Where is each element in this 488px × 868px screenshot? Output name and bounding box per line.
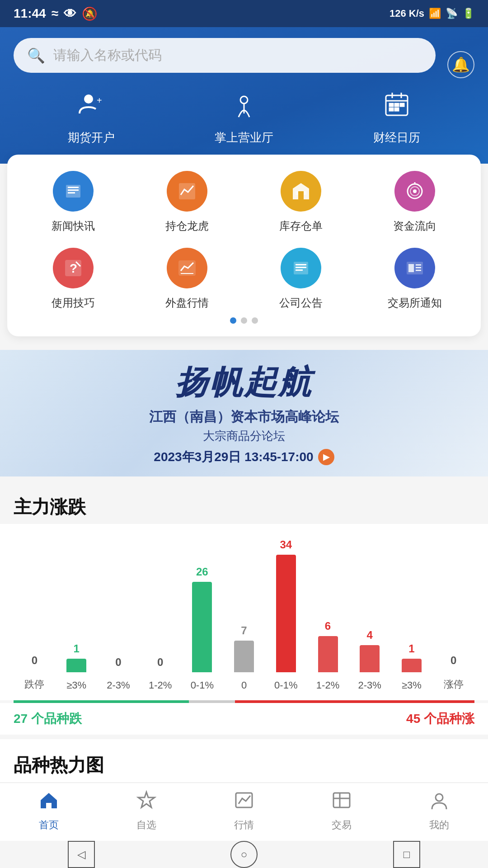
status-right: 126 K/s 📶 📡 🔋 <box>389 8 474 19</box>
nav-profile[interactable]: 我的 <box>390 790 488 832</box>
bar-val-1: 1 <box>73 642 79 655</box>
capital-flow-label: 资金流向 <box>393 219 436 233</box>
system-nav: ◁ ○ □ <box>0 841 488 868</box>
bar-val-9: 1 <box>408 642 414 655</box>
wifi-icon: 📶 <box>429 8 441 19</box>
feature-grid: 新闻快讯 持仓龙虎 库存仓单 <box>16 171 472 310</box>
feature-announcements[interactable]: 公司公告 <box>244 248 358 310</box>
bar-col-8: 4 2-3% <box>349 629 391 691</box>
nav-futures-account[interactable]: + 期货开户 <box>68 91 115 146</box>
announcements-icon <box>281 248 321 288</box>
home-icon <box>39 790 59 815</box>
bar-col-6: 34 0-1% <box>265 538 307 691</box>
trade-label: 交易 <box>332 818 352 832</box>
play-button[interactable]: ▶ <box>318 449 334 465</box>
palm-office-icon <box>230 91 258 123</box>
fall-count: 27 个品种跌 <box>14 710 82 727</box>
svg-rect-41 <box>333 793 350 807</box>
bar-col-4: 26 0-1% <box>181 566 223 691</box>
bar-col-10: 0 涨停 <box>432 654 474 691</box>
dot-2 <box>241 317 247 324</box>
svg-text:+: + <box>97 95 102 105</box>
bar-val-10: 0 <box>450 654 456 667</box>
market-label: 行情 <box>234 818 254 832</box>
finance-calendar-label: 财经日历 <box>373 130 420 146</box>
back-button[interactable]: ◁ <box>68 841 95 868</box>
bar-col-5: 7 0 <box>223 624 265 691</box>
svg-point-0 <box>84 94 93 104</box>
svg-marker-39 <box>138 792 155 807</box>
news-label: 新闻快讯 <box>52 219 95 233</box>
main-content: 主力涨跌 0 跌停 1 ≥3% 0 2-3% 0 <box>0 481 488 782</box>
status-left: 11:44 ≈ 👁 🔕 <box>14 6 98 21</box>
bar-col-9: 1 ≥3% <box>391 642 433 691</box>
bar-col-7: 6 1-2% <box>307 620 349 691</box>
page-dots <box>16 317 472 324</box>
dot-3 <box>252 317 258 324</box>
feature-overseas[interactable]: 外盘行情 <box>130 248 244 310</box>
bar-val-2: 0 <box>115 656 121 669</box>
nav-palm-office[interactable]: 掌上营业厅 <box>215 91 273 146</box>
feature-card: 新闻快讯 持仓龙虎 库存仓单 <box>7 155 481 336</box>
tips-icon: ? <box>53 248 94 288</box>
overseas-label: 外盘行情 <box>165 296 209 310</box>
bar-val-8: 4 <box>367 629 373 642</box>
banner-sub2: 大宗商品分论坛 <box>203 428 285 444</box>
nav-trade[interactable]: 交易 <box>293 790 390 832</box>
warehouse-icon <box>281 171 321 212</box>
dot-1 <box>230 317 236 324</box>
nav-watchlist[interactable]: 自选 <box>98 790 195 832</box>
svg-rect-9 <box>400 104 404 106</box>
recent-button[interactable]: □ <box>393 841 420 868</box>
nav-home[interactable]: 首页 <box>0 790 98 832</box>
watchlist-icon <box>136 790 156 815</box>
eye-icon: 👁 <box>64 6 76 21</box>
banner-title: 扬帆起航 <box>175 361 313 404</box>
bar-label-1: ≥3% <box>66 679 86 691</box>
sim-icon: ≈ <box>52 6 58 21</box>
svg-point-2 <box>240 96 248 104</box>
status-time: 11:44 <box>14 6 46 21</box>
bar-body-4 <box>192 582 212 672</box>
feature-exchange-notice[interactable]: 交易所通知 <box>358 248 472 310</box>
bottom-nav: 首页 自选 行情 交易 <box>0 783 488 841</box>
svg-rect-8 <box>395 104 399 106</box>
home-button[interactable]: ○ <box>230 841 258 868</box>
svg-rect-18 <box>298 191 304 199</box>
feature-warehouse[interactable]: 库存仓单 <box>244 171 358 233</box>
svg-rect-13 <box>68 187 79 188</box>
mute-icon: 🔕 <box>82 6 98 21</box>
nav-market[interactable]: 行情 <box>195 790 293 832</box>
bar-col-1: 1 ≥3% <box>56 642 98 691</box>
signal-icon: 📡 <box>446 8 458 19</box>
bar-label-8: 2-3% <box>358 679 381 691</box>
svg-rect-7 <box>389 104 393 106</box>
palm-office-label: 掌上营业厅 <box>215 130 273 146</box>
network-speed: 126 K/s <box>389 8 424 19</box>
search-bar[interactable]: 🔍 请输入名称或代码 <box>14 38 436 73</box>
bar-body-8 <box>360 645 380 672</box>
announcements-label: 公司公告 <box>279 296 323 310</box>
feature-tips[interactable]: ? 使用技巧 <box>16 248 130 310</box>
bar-col-3: 0 1-2% <box>139 656 181 691</box>
nav-finance-calendar[interactable]: 财经日历 <box>373 91 420 146</box>
status-bar: 11:44 ≈ 👁 🔕 126 K/s 📶 📡 🔋 <box>0 0 488 27</box>
section-title-main: 主力涨跌 <box>0 481 488 524</box>
notification-bell[interactable]: 🔔 <box>447 51 474 78</box>
rise-count: 45 个品种涨 <box>406 710 474 727</box>
svg-rect-35 <box>408 264 414 272</box>
feature-capital-flow[interactable]: 资金流向 <box>358 171 472 233</box>
feature-news[interactable]: 新闻快讯 <box>16 171 130 233</box>
bar-body-5 <box>234 641 254 672</box>
bar-body-9 <box>402 659 422 672</box>
banner[interactable]: 扬帆起航 江西（南昌）资本市场高峰论坛 大宗商品分论坛 2023年3月29日 1… <box>0 350 488 476</box>
bar-chart: 0 跌停 1 ≥3% 0 2-3% 0 1-2% <box>9 538 479 691</box>
exchange-notice-icon <box>394 248 435 288</box>
bar-val-6: 34 <box>280 538 292 551</box>
svg-point-44 <box>436 794 443 801</box>
bar-val-7: 6 <box>325 620 331 632</box>
positions-label: 持仓龙虎 <box>165 219 209 233</box>
bar-label-9: ≥3% <box>402 679 422 691</box>
bar-label-0: 跌停 <box>24 678 44 691</box>
feature-positions[interactable]: 持仓龙虎 <box>130 171 244 233</box>
